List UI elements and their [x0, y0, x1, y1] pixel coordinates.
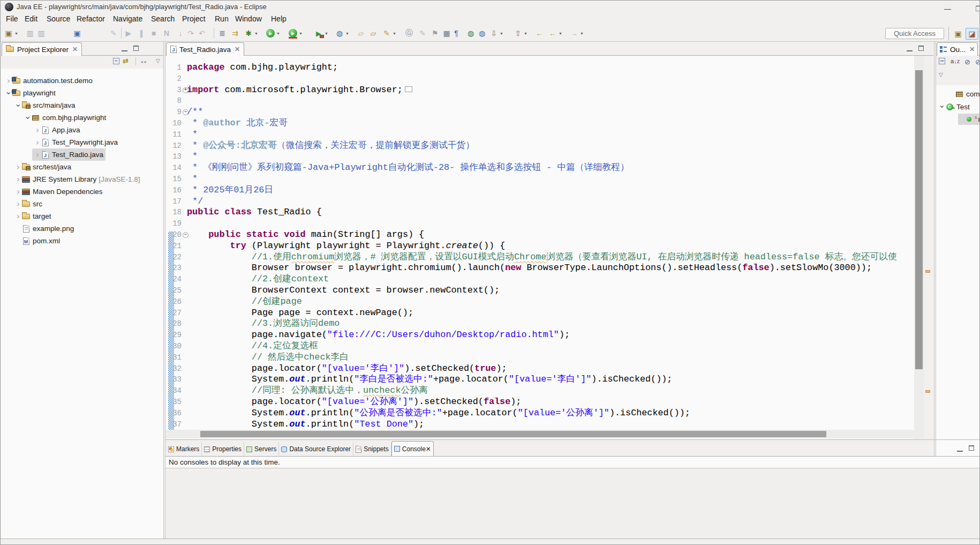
tab-outline[interactable]: Ou... ✕ [937, 42, 978, 56]
table-icon[interactable]: ▦ [441, 28, 452, 39]
expander-icon[interactable]: › [15, 201, 21, 207]
close-icon[interactable]: ✕ [969, 46, 975, 53]
close-icon[interactable]: ✕ [235, 46, 240, 53]
javaee-perspective-icon[interactable]: ◪ [966, 28, 978, 40]
save-icon[interactable]: ▥ [25, 28, 35, 39]
expander-icon[interactable]: › [6, 90, 11, 96]
tab-snippets[interactable]: Snippets [353, 442, 391, 456]
run-icon-dropdown[interactable]: ▼ [276, 32, 280, 35]
tree-item-src-main-java[interactable]: ›src/main/java [15, 100, 76, 111]
bottom-maximize-icon[interactable] [969, 443, 974, 453]
tab-properties[interactable]: Properties [202, 442, 244, 456]
hide-static-icon[interactable]: ⊘ [975, 58, 980, 66]
tree-item-playwright[interactable]: ›playwright [5, 87, 56, 99]
editor-hscrollbar-thumb[interactable] [200, 431, 826, 437]
menu-search[interactable]: Search [151, 13, 175, 25]
menu-edit[interactable]: Edit [25, 13, 37, 25]
run-icon[interactable]: ▶ [265, 28, 276, 39]
flag-icon[interactable]: ⚑ [429, 28, 440, 39]
external-tools-icon[interactable]: ▶ [313, 28, 324, 39]
debug-icon-dropdown[interactable]: ▼ [254, 32, 258, 35]
outline-view-menu-icon[interactable]: ▽ [939, 72, 943, 78]
expander-icon[interactable]: › [25, 115, 31, 121]
disconnect-icon[interactable]: N [161, 28, 172, 39]
new-web-icon-dropdown[interactable]: ▼ [345, 32, 349, 35]
annotate-icon[interactable]: ✎ [381, 28, 392, 39]
close-icon[interactable]: ✕ [72, 46, 78, 53]
next-annotation-icon[interactable]: ⇉ [230, 28, 240, 39]
skip-breakpoints-icon[interactable]: ≣ [217, 28, 228, 39]
maximize-window-icon[interactable]: ❐ [975, 5, 980, 13]
outline-item-com[interactable]: com [948, 88, 980, 100]
back-icon[interactable]: ← [547, 28, 558, 39]
coverage-icon-dropdown[interactable]: ▼ [299, 32, 303, 35]
open-perspective-icon[interactable]: ▣ [952, 28, 964, 40]
forward-icon-dropdown[interactable]: ▼ [580, 32, 584, 35]
web-services-icon[interactable]: ◍ [477, 28, 487, 39]
step-into-icon[interactable]: ↓ [175, 28, 186, 39]
expander-icon[interactable]: › [15, 214, 21, 219]
pause-icon[interactable]: ∥ [136, 28, 147, 39]
new-web-icon[interactable]: ◍ [334, 28, 345, 39]
close-icon[interactable]: ✕ [426, 445, 431, 453]
tree-item-maven-dependencies[interactable]: ›Maven Dependencies [15, 186, 103, 197]
tab-servers[interactable]: Servers [244, 442, 279, 456]
tree-item-test-playwright-java[interactable]: ›JTest_Playwright.java [34, 137, 118, 148]
step-return-icon[interactable]: ↶ [197, 28, 207, 39]
minimize-view-icon[interactable] [122, 47, 127, 51]
menu-refactor[interactable]: Refactor [77, 13, 105, 25]
import-icon-dropdown[interactable]: ▼ [500, 32, 503, 35]
tab-data-source-explorer[interactable]: Data Source Explorer [279, 442, 353, 456]
step-over-icon[interactable]: ↷ [185, 28, 196, 39]
outline-item-test[interactable]: ›CTest [939, 101, 970, 113]
coverage-icon[interactable]: ▶ [288, 28, 298, 39]
pencil-icon[interactable]: ✎ [417, 28, 428, 39]
menu-help[interactable]: Help [271, 13, 287, 25]
clipboard-icon[interactable]: ▱ [368, 28, 379, 39]
annotate-icon-dropdown[interactable]: ▼ [393, 32, 396, 35]
maximize-editor-icon[interactable] [918, 46, 924, 51]
menu-file[interactable]: File [6, 13, 18, 25]
code-editor[interactable]: 1package com.bjhg.playwright;23+import c… [165, 56, 914, 430]
menu-run[interactable]: Run [215, 13, 229, 25]
outline-collapse-all-icon[interactable]: − [939, 58, 945, 64]
expander-icon[interactable]: › [15, 165, 21, 170]
editor-vscrollbar-thumb[interactable] [915, 70, 923, 369]
back-icon-dropdown[interactable]: ▼ [559, 32, 562, 35]
export-icon-dropdown[interactable]: ▼ [524, 32, 527, 35]
tree-item-pom-xml[interactable]: Mpom.xml [15, 235, 60, 247]
paragraph-icon[interactable]: ¶ [451, 28, 462, 39]
view-menu-icon[interactable]: ▽ [156, 58, 160, 64]
expander-icon[interactable]: › [34, 128, 41, 133]
outline-item-m[interactable]: sm [958, 114, 980, 125]
menu-navigate[interactable]: Navigate [113, 13, 142, 25]
collapse-all-icon[interactable]: − [113, 58, 119, 64]
tree-item-src-test-java[interactable]: ›src/test/java [15, 161, 71, 173]
web-browser-icon[interactable]: ◍ [465, 28, 476, 39]
expander-icon[interactable]: › [5, 78, 12, 84]
deploy-icon[interactable]: ▱ [356, 28, 366, 39]
menu-source[interactable]: Source [47, 13, 70, 25]
project-explorer-tree[interactable]: ›automation.test.demo›playwright›src/mai… [1, 69, 163, 539]
forward-icon[interactable]: → [569, 28, 579, 39]
menu-project[interactable]: Project [182, 13, 206, 25]
tree-item-jre-system-library[interactable]: ›JRE System Library [JavaSE-1.8] [15, 174, 140, 185]
tree-item-test-radio-java[interactable]: ›JTest_Radio.java [34, 149, 103, 160]
new-wizard-icon[interactable]: ▣ [3, 28, 14, 39]
menu-window[interactable]: Window [235, 13, 262, 25]
export-icon[interactable]: ⇧ [512, 28, 523, 39]
mark-occurrences-icon[interactable]: ✎ [108, 28, 119, 39]
resume-icon[interactable]: ▶ [123, 28, 134, 39]
search-g-icon[interactable]: Ⓖ [404, 28, 414, 39]
focus-icon[interactable]: ●● [141, 59, 147, 64]
back-to-icon[interactable]: ← [534, 28, 545, 39]
hide-fields-icon[interactable]: ⊘ [964, 58, 970, 66]
tree-item-automation-test-demo[interactable]: ›automation.test.demo [5, 75, 93, 86]
expander-icon[interactable]: › [939, 103, 945, 110]
external-tools-icon-dropdown[interactable]: ▼ [325, 32, 328, 35]
tab-project-explorer[interactable]: Project Explorer ✕ [2, 42, 82, 56]
tree-item-target[interactable]: ›target [15, 211, 51, 222]
debug-icon[interactable]: ✱ [243, 28, 254, 39]
tree-item-src[interactable]: ›src [15, 198, 42, 210]
tab-test-radio-java[interactable]: J Test_Radio.java ✕ [166, 42, 244, 56]
